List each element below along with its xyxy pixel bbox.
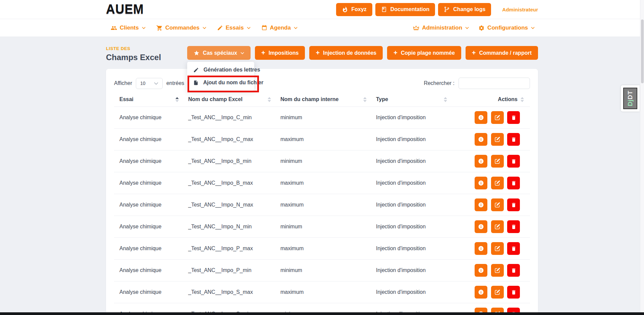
documentation-button[interactable]: Documentation — [375, 3, 435, 16]
book-icon — [381, 6, 387, 12]
cas-speciaux-dropdown-wrap: Cas spéciaux Génération des lettres Ajou… — [187, 46, 251, 60]
column-header-champ-interne[interactable]: Nom du champ interne — [275, 94, 371, 107]
entries-label: entrées — [166, 80, 184, 86]
trash-icon — [511, 289, 517, 295]
edit-button[interactable] — [491, 177, 504, 189]
cell-actions — [451, 216, 530, 238]
table-row: Analyse chimique _Test_ANC__Impo_C_max m… — [114, 129, 530, 150]
edit-button[interactable] — [491, 111, 504, 124]
delete-button[interactable] — [507, 177, 520, 189]
toolbar: Cas spéciaux Génération des lettres Ajou… — [187, 46, 538, 60]
info-button[interactable] — [475, 242, 487, 255]
toolbar-action-button-label: Commande / rapport — [479, 50, 532, 56]
delete-button[interactable] — [507, 111, 520, 124]
delete-button[interactable] — [507, 264, 520, 277]
table-controls: Afficher 10 entrées Rechercher : — [114, 78, 530, 89]
info-button[interactable] — [475, 133, 487, 146]
table-body: Analyse chimique _Test_ANC__Impo_C_min m… — [114, 107, 530, 315]
info-button[interactable] — [475, 155, 487, 168]
table-row: Analyse chimique _Test_ANC__Impo_C_min m… — [114, 107, 530, 129]
delete-button[interactable] — [507, 198, 520, 211]
app-logo[interactable]: AUEM — [106, 2, 144, 17]
page-scrollbar[interactable] — [640, 0, 644, 315]
nav-item-clients[interactable]: Clients — [111, 25, 146, 31]
show-label: Afficher — [114, 80, 132, 86]
cell-champ-excel: _Test_ANC__Impo_C_min — [183, 107, 275, 129]
info-button[interactable] — [475, 177, 487, 189]
cell-actions — [451, 107, 530, 129]
delete-button[interactable] — [507, 242, 520, 255]
column-header-essai[interactable]: Essai — [114, 94, 183, 107]
cell-essai: Analyse chimique — [114, 281, 183, 303]
cell-type: Injection d'imposition — [371, 281, 451, 303]
edit-button[interactable] — [491, 155, 504, 168]
debug-toolbar-handle[interactable]: DjDT — [621, 85, 640, 111]
info-icon — [478, 267, 484, 274]
foxyz-button-label: Foxyz — [352, 6, 367, 12]
champs-excel-table: Essai Nom du champ Excel Nom du champ in… — [114, 94, 530, 315]
cell-champ-excel: _Test_ANC__Impo_N_max — [183, 194, 275, 216]
sort-icon — [521, 97, 524, 102]
cell-actions — [451, 129, 530, 150]
menu-item-label: Ajout du nom du fichier — [203, 80, 264, 86]
nav-item-configurations[interactable]: Configurations — [478, 25, 535, 31]
toolbar-action-button[interactable]: Commande / rapport — [466, 46, 538, 60]
table-header-row: Essai Nom du champ Excel Nom du champ in… — [114, 94, 530, 107]
cell-type: Injection d'imposition — [371, 107, 451, 129]
cell-type: Injection d'imposition — [371, 129, 451, 150]
cell-type: Injection d'imposition — [371, 172, 451, 194]
nav-item-administration[interactable]: Administration — [413, 25, 469, 31]
trash-icon — [511, 115, 517, 121]
nav-item-commandes[interactable]: Commandes — [156, 25, 206, 31]
scrollbar-thumb[interactable] — [641, 19, 644, 83]
info-icon — [478, 289, 484, 296]
cell-champ-excel: _Test_ANC__Impo_B_max — [183, 172, 275, 194]
foxyz-button[interactable]: Foxyz — [336, 3, 372, 16]
info-button[interactable] — [475, 198, 487, 211]
edit-button[interactable] — [491, 242, 504, 255]
pen-icon — [217, 25, 223, 31]
edit-button[interactable] — [491, 133, 504, 146]
sort-icon — [363, 97, 367, 102]
column-header-actions[interactable]: Actions — [451, 94, 530, 107]
page-size-select[interactable]: 10 — [136, 78, 163, 89]
delete-button[interactable] — [507, 286, 520, 299]
info-button[interactable] — [475, 286, 487, 299]
delete-button[interactable] — [507, 220, 520, 233]
menu-item-ajout-du-nom-du-fichier[interactable]: Ajout du nom du fichier — [187, 76, 254, 89]
table-row: Analyse chimique _Test_ANC__Impo_N_min m… — [114, 216, 530, 238]
header-actions: Foxyz Documentation Change logs Administ… — [336, 3, 538, 16]
edit-button[interactable] — [491, 198, 504, 211]
toolbar-action-button[interactable]: Impositions — [255, 46, 305, 60]
edit-button[interactable] — [491, 286, 504, 299]
toolbar-action-button-label: Injection de données — [323, 50, 376, 56]
chevron-down-icon — [294, 27, 298, 29]
edit-button[interactable] — [491, 264, 504, 277]
cell-essai: Analyse chimique — [114, 172, 183, 194]
column-header-champ-excel[interactable]: Nom du champ Excel — [183, 94, 275, 107]
page-size-value: 10 — [140, 81, 146, 86]
cas-speciaux-button[interactable]: Cas spéciaux — [187, 46, 251, 60]
cell-essai: Analyse chimique — [114, 260, 183, 281]
menu-item-generation-des-lettres[interactable]: Génération des lettres — [187, 63, 254, 76]
search-input[interactable] — [459, 78, 530, 89]
cell-champ-interne: minimum — [275, 216, 371, 238]
change-logs-button[interactable]: Change logs — [438, 3, 491, 16]
toolbar-action-button[interactable]: Copie plage nommée — [387, 46, 461, 60]
column-header-type[interactable]: Type — [371, 94, 451, 107]
users-icon — [111, 25, 117, 31]
info-button[interactable] — [475, 111, 487, 124]
info-icon — [478, 223, 484, 230]
edit-button[interactable] — [491, 220, 504, 233]
cell-type: Injection d'imposition — [371, 216, 451, 238]
info-button[interactable] — [475, 220, 487, 233]
nav-item-agenda[interactable]: Agenda — [261, 25, 298, 31]
delete-button[interactable] — [507, 155, 520, 168]
chevron-down-icon — [531, 27, 535, 29]
toolbar-action-button[interactable]: Injection de données — [309, 46, 383, 60]
table-row: Analyse chimique _Test_ANC__Impo_S_max m… — [114, 281, 530, 303]
nav-agenda-label: Agenda — [270, 25, 291, 31]
info-button[interactable] — [475, 264, 487, 277]
delete-button[interactable] — [507, 133, 520, 146]
nav-item-essais[interactable]: Essais — [217, 25, 251, 31]
